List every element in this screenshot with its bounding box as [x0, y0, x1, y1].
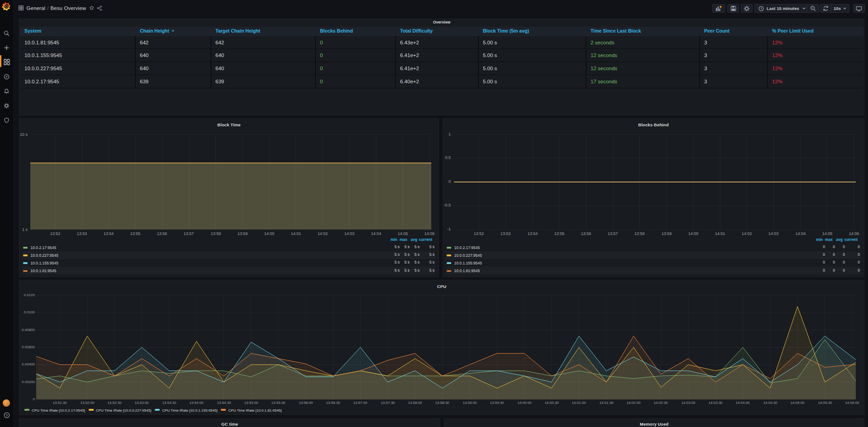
svg-text:?: ?	[5, 413, 8, 417]
